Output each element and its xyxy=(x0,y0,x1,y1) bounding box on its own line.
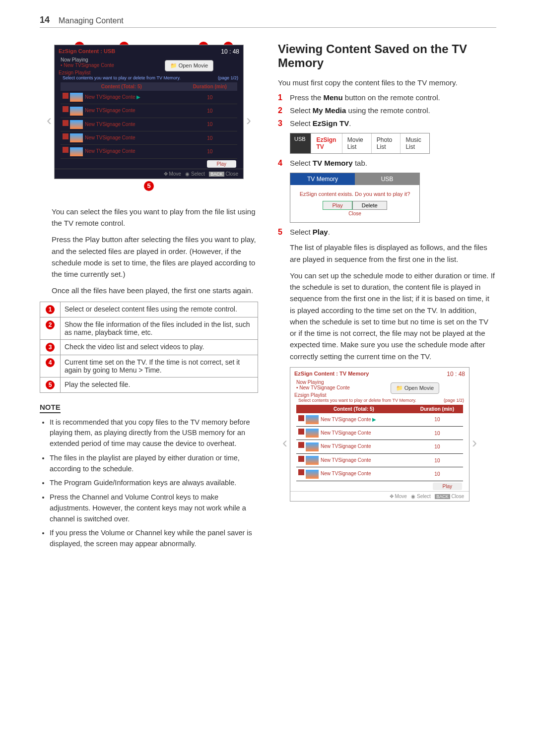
after5-p2: You can set up the schedule mode to eith… xyxy=(278,270,496,362)
dialog-play-button[interactable]: Play xyxy=(323,201,352,210)
open-movie-button[interactable]: 📁 Open Movie xyxy=(165,60,213,71)
chevron-right-icon: › xyxy=(246,112,251,128)
footer-select: ◉ Select xyxy=(185,171,205,177)
chevron-right-icon: › xyxy=(472,434,477,451)
legend-4: Current time set on the TV. If the time … xyxy=(61,355,258,377)
note-item: If you press the Volume or Channel key w… xyxy=(50,528,258,550)
after5-p1: The list of playable files is displayed … xyxy=(278,242,496,265)
left-p2: Press the Play button after selecting th… xyxy=(40,234,258,280)
callout-5: 5 xyxy=(144,181,154,191)
footer-move: ✥ Move xyxy=(164,171,181,177)
chevron-left-icon: ‹ xyxy=(282,434,287,451)
footer-select-2: ◉ Select xyxy=(411,494,431,499)
tabs-usb-label: USB xyxy=(290,133,311,153)
tab-movielist[interactable]: Movie List xyxy=(342,133,371,153)
ui-title-2: EzSign Content : TV Memory xyxy=(290,368,469,379)
dialog-delete-button[interactable]: Delete xyxy=(352,201,387,210)
right-heading: Viewing Content Saved on the TV Memory xyxy=(278,42,496,70)
open-movie-button-2[interactable]: 📁 Open Movie xyxy=(391,382,439,394)
table-row[interactable]: New TVSignage Conte10 xyxy=(296,453,463,467)
ui-title: EzSign Content : USB xyxy=(55,45,243,57)
now-playing-label-2: Now Playing xyxy=(296,379,324,385)
table-row[interactable]: New TVSignage Conte10 xyxy=(296,427,463,440)
notes-list: It is recommended that you copy files to… xyxy=(40,417,258,550)
table-row[interactable]: New TVSignage Conte10 xyxy=(61,131,237,145)
tab-usb[interactable]: USB xyxy=(355,173,419,185)
right-intro: You must first copy the content files to… xyxy=(278,77,496,88)
step3: Select EzSign TV. xyxy=(290,119,351,127)
play-button-2[interactable]: Play xyxy=(433,483,462,490)
table-row[interactable]: New TVSignage Conte ▶10 xyxy=(61,91,237,104)
footer-move-2: ✥ Move xyxy=(390,494,407,499)
now-playing-label: Now Playing xyxy=(61,57,88,63)
ui-clock-2: 10 : 48 xyxy=(447,371,465,378)
step2: Select My Media using the remote control… xyxy=(290,106,430,115)
footer-close: BACK Close xyxy=(209,171,238,177)
legend-5: Play the selected file. xyxy=(61,377,258,392)
ui-pager: (page 1/2) xyxy=(218,75,238,80)
legend-1: Select or deselect content files using t… xyxy=(61,302,258,317)
legend-table: 1Select or deselect content files using … xyxy=(40,302,258,393)
tab-tvmemory[interactable]: TV Memory xyxy=(290,173,355,185)
legend-3: Check the video list and select videos t… xyxy=(61,339,258,355)
chevron-left-icon: ‹ xyxy=(47,112,52,128)
tab-musiclist[interactable]: Music List xyxy=(400,133,429,153)
tab-ezsigntv[interactable]: EzSign TV xyxy=(311,133,341,153)
tab-photolist[interactable]: Photo List xyxy=(371,133,401,153)
section-title: Managing Content xyxy=(59,16,124,25)
col-content: Content (Total: 5) xyxy=(61,82,183,91)
ui-hint-2: Select contents you want to play or dele… xyxy=(298,398,416,403)
footer-close-2: BACK Close xyxy=(435,494,464,499)
dialog-close[interactable]: Close xyxy=(293,211,416,216)
table-row[interactable]: New TVSignage Conte10 xyxy=(61,104,237,118)
note-item: The files in the playlist are played by … xyxy=(50,453,258,475)
table-row[interactable]: New TVSignage Conte10 xyxy=(296,467,463,481)
ui-pager-2: (page 1/2) xyxy=(444,398,464,403)
note-heading: NOTE xyxy=(40,403,61,413)
now-playing-item-2: • New TVSignage Conte xyxy=(296,385,350,390)
play-button[interactable]: Play xyxy=(207,160,236,168)
table-row[interactable]: New TVSignage Conte10 xyxy=(61,145,237,158)
table-row[interactable]: New TVSignage Conte10 xyxy=(296,440,463,453)
page-number: 14 xyxy=(40,15,50,25)
playlist-table: Content (Total: 5)Duration (min) New TVS… xyxy=(61,82,237,159)
ui-hint: Select contents you want to play or dele… xyxy=(63,75,181,80)
ui-ezsign-usb: ‹ › EzSign Content : USB 10 : 48 Now Pla… xyxy=(54,45,244,179)
step5: Select Play. xyxy=(290,228,330,236)
note-item: The Program Guide/Information keys are a… xyxy=(50,478,258,489)
playlist-label: Ezsign Playlist xyxy=(55,70,243,75)
left-p3: Once all the files have been played, the… xyxy=(40,285,258,296)
dialog-question: EzSign content exists. Do you want to pl… xyxy=(293,191,416,197)
step1: Press the Menu button on the remote cont… xyxy=(290,93,440,102)
ui-ezsign-tvmemory: ‹ › EzSign Content : TV Memory 10 : 48 N… xyxy=(290,367,469,502)
legend-2: Show the file information of the files i… xyxy=(61,317,258,339)
tvmemory-dialog: TV Memory USB EzSign content exists. Do … xyxy=(290,173,420,223)
table-row[interactable]: New TVSignage Conte10 xyxy=(61,118,237,131)
left-p1: You can select the files you want to pla… xyxy=(40,206,258,229)
playlist-table-2: Content (Total: 5)Duration (min) New TVS… xyxy=(296,405,463,481)
usb-tabs: USB EzSign TV Movie List Photo List Musi… xyxy=(290,133,430,154)
table-row[interactable]: New TVSignage Conte ▶10 xyxy=(296,413,463,427)
ui-clock: 10 : 48 xyxy=(221,48,239,55)
note-item: Press the Channel and Volume Control key… xyxy=(50,492,258,524)
col-duration: Duration (min) xyxy=(183,82,237,91)
playlist-label-2: Ezsign Playlist xyxy=(290,392,469,398)
note-item: It is recommended that you copy files to… xyxy=(50,417,258,449)
step4: Select TV Memory tab. xyxy=(290,159,367,167)
now-playing-item: • New TVSignage Conte xyxy=(61,63,114,68)
